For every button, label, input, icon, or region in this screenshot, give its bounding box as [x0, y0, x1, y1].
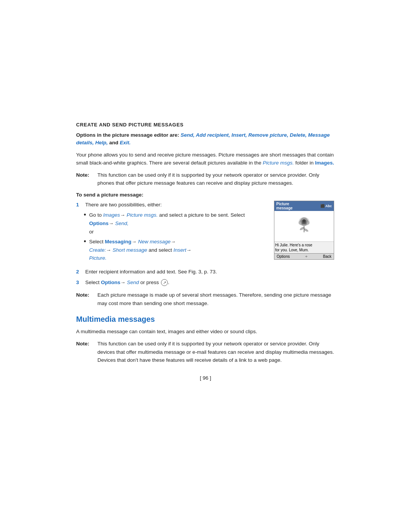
step3-arrow: →: [120, 280, 127, 285]
bullet1-picture-msgs: Picture msgs.: [127, 212, 158, 218]
phone-options-btn[interactable]: Options: [277, 254, 290, 259]
bullet2-mid: and select: [147, 247, 174, 253]
note2-label: Note:: [76, 291, 96, 299]
steps-left: 1 There are two possibilities, either: •…: [76, 201, 266, 265]
step1-num: 1: [76, 201, 83, 209]
step-2: 2 Enter recipient information and add te…: [76, 268, 335, 276]
body-suffix: folder in: [294, 160, 315, 166]
send-circle-icon: ↗: [161, 279, 168, 286]
step3-suffix: or press: [139, 280, 160, 285]
intro-exit: Exit.: [120, 140, 131, 145]
step3-send: Send: [127, 280, 139, 285]
step3-prefix: Select: [85, 280, 101, 285]
bullet-1: • Go to Images→ Picture msgs. and select…: [84, 211, 266, 236]
bullet1-content: Go to Images→ Picture msgs. and select a…: [89, 211, 266, 236]
bullet2-arr2: →: [170, 239, 176, 244]
bullet2-messaging: Messaging: [105, 239, 132, 244]
note-2: Note: Each picture message is made up of…: [76, 291, 335, 307]
page: CREATE AND SEND PICTURE MESSAGES Options…: [0, 0, 411, 532]
phone-back-btn[interactable]: Back: [323, 254, 331, 259]
rose-illustration: [294, 214, 315, 233]
note-1: Note: This function can be used only if …: [76, 171, 335, 187]
images-bold: Images.: [315, 160, 334, 166]
sub-heading: To send a picture message:: [76, 192, 335, 198]
step3-text: Select Options→ Send or press ↗.: [85, 278, 335, 287]
intro-bold-prefix: Options in the picture message editor ar…: [76, 132, 181, 138]
phone-screenshot: Picture message ⬛ Abc: [274, 201, 334, 260]
note1-label: Note:: [76, 171, 96, 179]
bullet1-arr2: →: [108, 220, 115, 226]
step1-text: There are two possibilities, either:: [85, 201, 266, 209]
intro-bold: Options in the picture message editor ar…: [76, 131, 335, 147]
multimedia-body: A multimedia message can contain text, i…: [76, 328, 335, 336]
bullet-dot-1: •: [84, 211, 86, 219]
phone-msg-line2: for you. Love, Mum.: [275, 248, 333, 252]
bullet1-mid: and select a picture to be sent. Select: [158, 212, 245, 218]
phone-arrow-icon: ÷: [305, 254, 307, 259]
multimedia-heading: Multimedia messages: [76, 315, 335, 324]
note3-text: This function can be used only if it is …: [97, 340, 335, 364]
phone-screenshot-container: Picture message ⬛ Abc: [274, 201, 335, 260]
phone-content-area: [274, 211, 334, 241]
bullet2-insert: Insert: [174, 247, 186, 253]
bullet2-new-message: New message: [138, 239, 171, 244]
bullet1-send: Send,: [115, 220, 129, 226]
step3-num: 3: [76, 278, 83, 287]
bullet2-arr3: →: [106, 247, 113, 253]
bullet2-select: Select: [89, 239, 105, 244]
bullet-2: • Select Messaging→ New message→ Create:…: [84, 238, 266, 262]
step-1: 1 There are two possibilities, either:: [76, 201, 266, 209]
bullet1-options: Options: [89, 220, 108, 226]
intro-bold-and: and: [108, 140, 120, 145]
phone-msg-line1: Hi Julie. Here's a rose: [275, 243, 333, 248]
phone-signal: ⬛ Abc: [320, 204, 332, 208]
note-3: Note: This function can be used only if …: [76, 340, 335, 364]
picture-msgs-link: Picture msgs.: [263, 160, 294, 166]
bullet1-or: or: [89, 229, 94, 235]
phone-top-bar: Picture message ⬛ Abc: [274, 201, 334, 211]
note3-label: Note:: [76, 340, 96, 348]
step2-text: Enter recipient information and add text…: [85, 268, 335, 276]
phone-bottom-bar: Options ÷ Back: [274, 253, 334, 259]
note2-text: Each picture message is made up of sever…: [97, 291, 335, 307]
bullet2-short: Short message: [113, 247, 147, 253]
step3-options: Options: [101, 280, 120, 285]
body-paragraph: Your phone allows you to send and receiv…: [76, 151, 335, 167]
bullet2-content: Select Messaging→ New message→ Create:→ …: [89, 238, 191, 262]
bullet-list: • Go to Images→ Picture msgs. and select…: [80, 211, 266, 262]
bullet2-arr4: →: [186, 247, 191, 253]
section-heading: CREATE AND SEND PICTURE MESSAGES: [76, 122, 335, 128]
phone-title-line2: message: [276, 206, 293, 210]
step-3: 3 Select Options→ Send or press ↗.: [76, 278, 335, 287]
svg-point-6: [303, 219, 306, 222]
bullet-dot-2: •: [84, 238, 86, 246]
bullet1-go: Go to: [89, 212, 103, 218]
page-number: [ 96 ]: [76, 375, 335, 381]
step2-num: 2: [76, 268, 83, 276]
bullet1-arr1: →: [120, 212, 126, 218]
bullet1-images: Images: [103, 212, 120, 218]
bullet2-arr1: →: [131, 239, 138, 244]
bullet2-create: Create:: [89, 247, 106, 253]
phone-title-line1: Picture: [276, 202, 293, 206]
note1-text: This function can be used only if it is …: [97, 171, 335, 187]
phone-image-area: [293, 213, 315, 234]
steps-container: 1 There are two possibilities, either: •…: [76, 201, 335, 265]
step3-period: .: [168, 280, 169, 285]
phone-title: Picture message: [276, 202, 293, 210]
bullet2-picture: Picture.: [89, 255, 107, 261]
phone-message-text: Hi Julie. Here's a rose for you. Love, M…: [274, 241, 334, 253]
